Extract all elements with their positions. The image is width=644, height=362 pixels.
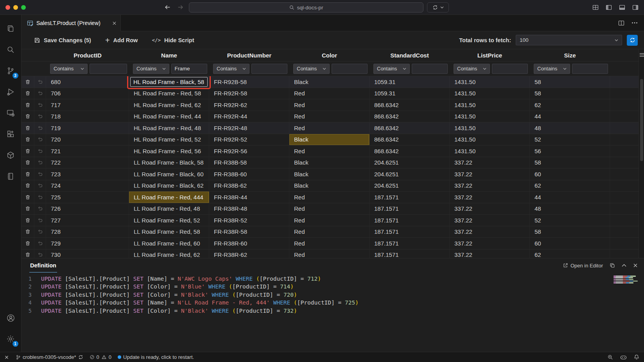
toggle-panel-icon[interactable]	[619, 4, 625, 11]
delete-row-icon[interactable]	[22, 249, 34, 258]
cell-productnumber[interactable]: FR-R38R-48	[209, 203, 289, 215]
cell-name[interactable]: HL Road Frame - Red, 56	[129, 145, 209, 157]
cell-name[interactable]: LL Road Frame - Black, 62	[129, 180, 209, 192]
forward-arrow-icon[interactable]	[177, 4, 184, 11]
tab-saleslt-product[interactable]: SalesLT.Product (Preview)	[22, 15, 121, 31]
cell-listprice[interactable]: 337.22	[450, 215, 530, 226]
filter-operator-dropdown-productnumber[interactable]: Contains	[213, 64, 249, 74]
filter-operator-dropdown-listprice[interactable]: Contains	[454, 64, 490, 74]
delete-row-icon[interactable]	[22, 192, 34, 203]
cell-standardcost[interactable]: 868.6342	[370, 99, 450, 111]
problems-status-item[interactable]: 0 0	[90, 354, 111, 360]
delete-row-icon[interactable]	[22, 88, 34, 99]
customize-layout-icon[interactable]	[592, 4, 599, 11]
cell-standardcost[interactable]: 187.1571	[370, 215, 450, 226]
cell-name[interactable]: LL Road Frame - Red, 62	[129, 249, 209, 258]
cell-productnumber[interactable]: FR-R92R-48	[209, 122, 289, 134]
cell-productnumber[interactable]: FR-R38R-60	[209, 238, 289, 249]
vertical-scrollbar[interactable]	[639, 49, 644, 258]
cell-productnumber[interactable]: FR-R38B-62	[209, 180, 289, 192]
cell-size[interactable]: 60	[530, 238, 610, 249]
cell-standardcost[interactable]: 187.1571	[370, 192, 450, 203]
database-project-icon[interactable]	[0, 145, 22, 166]
cell-standardcost[interactable]: 187.1571	[370, 226, 450, 238]
table-row-729[interactable]: 729LL Road Frame - Red, 60FR-R38R-60Red1…	[22, 238, 644, 249]
table-row-722[interactable]: 722LL Road Frame - Black, 58FR-R38B-58Bl…	[22, 157, 644, 169]
table-row-721[interactable]: 721HL Road Frame - Red, 56FR-R92R-56Red8…	[22, 145, 644, 157]
run-refresh-button[interactable]	[627, 35, 638, 46]
remote-indicator[interactable]	[4, 355, 9, 360]
minimize-window-button[interactable]	[13, 5, 18, 10]
cell-size[interactable]: 62	[530, 180, 610, 192]
column-header-size[interactable]: Size	[530, 49, 610, 61]
cell-color[interactable]: Red	[289, 203, 370, 215]
cell-listprice[interactable]: 337.22	[450, 203, 530, 215]
filter-operator-dropdown-size[interactable]: Contains	[534, 64, 570, 74]
undo-row-icon[interactable]	[34, 168, 46, 180]
cell-standardcost[interactable]: 204.6251	[370, 168, 450, 180]
table-row-718[interactable]: 718HL Road Frame - Red, 44FR-R92R-44Red8…	[22, 111, 644, 123]
cell-size[interactable]: 60	[530, 168, 610, 180]
cell-listprice[interactable]: 1431.50	[450, 88, 530, 99]
cell-productnumber[interactable]: FR-R92R-44	[209, 111, 289, 122]
cell-listprice[interactable]: 337.22	[450, 192, 530, 203]
cell-listprice[interactable]: 1431.50	[450, 76, 530, 88]
filter-input-standardcost[interactable]	[412, 64, 448, 74]
cell-listprice[interactable]: 337.22	[450, 238, 530, 249]
toggle-sidebar-left-icon[interactable]	[606, 4, 612, 11]
delete-row-icon[interactable]	[22, 134, 34, 145]
account-icon[interactable]	[0, 307, 22, 328]
cell-name[interactable]: HL Road Frame - Red, 58	[129, 88, 209, 99]
undo-row-icon[interactable]	[34, 122, 46, 134]
cell-productid[interactable]: 725	[46, 192, 129, 203]
table-row-725[interactable]: 725LL Road Frame - Red, 444FR-R38R-44Red…	[22, 192, 644, 203]
close-window-button[interactable]	[5, 5, 10, 10]
table-row-727[interactable]: 727LL Road Frame - Red, 52FR-R38R-52Red1…	[22, 215, 644, 226]
table-row-717[interactable]: 717HL Road Frame - Red, 62FR-R92R-62Red8…	[22, 99, 644, 111]
table-row-719[interactable]: 719HL Road Frame - Red, 48FR-R92R-48Red8…	[22, 122, 644, 134]
column-header-listprice[interactable]: ListPrice	[450, 49, 530, 61]
notifications-bell-icon[interactable]	[634, 354, 639, 360]
undo-row-icon[interactable]	[34, 157, 46, 168]
close-tab-icon[interactable]	[112, 21, 117, 25]
undo-row-icon[interactable]	[34, 203, 46, 215]
cell-color[interactable]: Black	[289, 157, 370, 168]
cell-color[interactable]: Red	[289, 99, 370, 111]
filter-operator-dropdown-standardcost[interactable]: Contains	[373, 64, 410, 74]
cell-color[interactable]: Red	[289, 145, 370, 157]
cell-productid[interactable]: 727	[46, 215, 129, 226]
undo-row-icon[interactable]	[34, 192, 46, 203]
cell-listprice[interactable]: 1431.50	[450, 111, 530, 122]
cell-name[interactable]: HL Road Frame - Red, 62	[129, 99, 209, 111]
toggle-sidebar-right-icon[interactable]	[632, 4, 639, 11]
cell-name-editing[interactable]: HL Road Frame - Black, 58	[129, 76, 209, 88]
undo-row-icon[interactable]	[34, 134, 46, 145]
filter-input-size[interactable]	[572, 64, 608, 74]
undo-row-icon[interactable]	[34, 180, 46, 192]
cell-listprice[interactable]: 337.22	[450, 180, 530, 192]
command-center-search[interactable]: sql-docs-pr	[189, 2, 423, 13]
zoom-window-button[interactable]	[21, 5, 26, 10]
copilot-icon[interactable]	[620, 355, 627, 360]
cell-productid[interactable]: 680	[46, 76, 129, 88]
cell-standardcost[interactable]: 868.6342	[370, 111, 450, 122]
table-row-680[interactable]: 680HL Road Frame - Black, 58FR-R92B-58Bl…	[22, 76, 644, 88]
cell-color[interactable]: Black	[289, 180, 370, 192]
cell-standardcost[interactable]: 204.6251	[370, 157, 450, 168]
cell-standardcost[interactable]: 1059.31	[370, 76, 450, 88]
cell-color[interactable]: Red	[289, 238, 370, 249]
cell-productid[interactable]: 729	[46, 238, 129, 249]
cell-productid[interactable]: 720	[46, 134, 129, 145]
run-debug-icon[interactable]	[0, 81, 22, 102]
cell-productnumber[interactable]: FR-R38B-58	[209, 157, 289, 168]
settings-gear-icon[interactable]: 1	[0, 328, 22, 349]
delete-row-icon[interactable]	[22, 180, 34, 192]
cell-productnumber[interactable]: FR-R38R-44	[209, 192, 289, 203]
add-row-button[interactable]: + Add Row	[105, 37, 138, 43]
cell-color[interactable]: Red	[289, 249, 370, 258]
undo-row-icon[interactable]	[34, 238, 46, 249]
cell-size[interactable]: 48	[530, 203, 610, 215]
cell-color[interactable]: Red	[289, 122, 370, 134]
cell-productid[interactable]: 730	[46, 249, 129, 258]
cell-color[interactable]: Red	[289, 226, 370, 238]
